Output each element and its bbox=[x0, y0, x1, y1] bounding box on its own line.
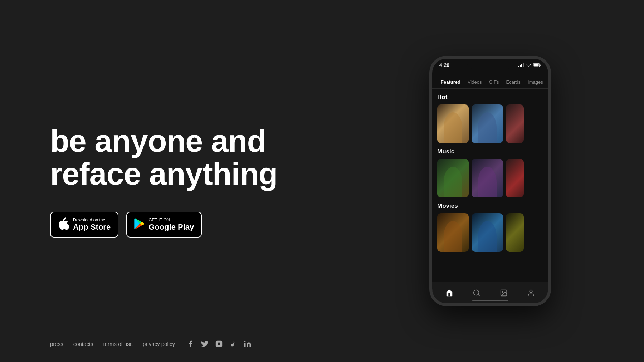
music-thumbnails bbox=[437, 159, 543, 197]
phone-screen: Featured Videos GIFs Ecards Images Hot bbox=[432, 59, 548, 282]
headline: be anyone and reface anything bbox=[50, 124, 301, 191]
footer-link-privacy[interactable]: privacy policy bbox=[143, 341, 175, 347]
footer-link-press[interactable]: press bbox=[50, 341, 63, 347]
battery-icon bbox=[533, 63, 541, 67]
svg-point-14 bbox=[530, 290, 532, 292]
section-music: Music bbox=[432, 148, 548, 197]
instagram-icon[interactable] bbox=[215, 340, 223, 348]
section-hot-title: Hot bbox=[437, 94, 543, 101]
movie-thumb-1[interactable] bbox=[437, 213, 469, 252]
tab-featured[interactable]: Featured bbox=[437, 77, 464, 88]
linkedin-icon[interactable] bbox=[244, 340, 252, 348]
movies-thumbnails bbox=[437, 213, 543, 252]
music-thumb-1[interactable] bbox=[437, 159, 469, 197]
google-play-small-text: GET IT ON bbox=[148, 217, 170, 222]
gallery-icon bbox=[500, 289, 508, 297]
hot-thumb-2[interactable] bbox=[472, 104, 503, 143]
svg-rect-5 bbox=[521, 64, 522, 67]
footer-link-terms[interactable]: terms of use bbox=[103, 341, 133, 347]
section-movies: Movies bbox=[432, 202, 548, 252]
phone-mockup: 4:20 bbox=[429, 56, 551, 306]
app-store-text: Download on the App Store bbox=[73, 217, 111, 232]
svg-point-2 bbox=[244, 341, 246, 342]
svg-line-11 bbox=[478, 294, 479, 296]
google-play-big-text: Google Play bbox=[148, 222, 194, 232]
app-store-small-text: Download on the bbox=[73, 217, 105, 222]
store-buttons: Download on the App Store GET IT ON Go bbox=[50, 212, 351, 238]
google-play-icon bbox=[134, 218, 144, 231]
tab-videos[interactable]: Videos bbox=[464, 77, 486, 88]
app-store-big-text: App Store bbox=[73, 222, 111, 232]
home-icon bbox=[445, 289, 453, 297]
apple-icon bbox=[58, 217, 69, 232]
twitter-icon[interactable] bbox=[201, 340, 209, 348]
status-icons bbox=[518, 62, 541, 67]
wifi-icon bbox=[526, 63, 531, 67]
headline-line2: reface anything bbox=[50, 156, 277, 191]
right-content: 4:20 bbox=[351, 0, 644, 362]
music-thumb-2[interactable] bbox=[472, 159, 503, 197]
left-content: be anyone and reface anything Download o… bbox=[0, 0, 351, 362]
nav-gallery[interactable] bbox=[500, 289, 508, 297]
phone-notch bbox=[467, 59, 513, 69]
nav-search[interactable] bbox=[473, 289, 480, 297]
svg-rect-8 bbox=[534, 64, 539, 67]
section-music-title: Music bbox=[437, 148, 543, 155]
search-icon bbox=[473, 289, 480, 297]
footer-link-contacts[interactable]: contacts bbox=[73, 341, 93, 347]
section-movies-title: Movies bbox=[437, 202, 543, 210]
svg-point-13 bbox=[502, 291, 503, 292]
social-icons bbox=[186, 340, 252, 348]
tiktok-icon[interactable] bbox=[229, 340, 237, 348]
headline-line1: be anyone and bbox=[50, 123, 266, 158]
nav-profile[interactable] bbox=[527, 289, 535, 297]
signal-icon bbox=[518, 63, 524, 67]
movie-thumb-2[interactable] bbox=[472, 213, 503, 252]
phone-bottom-nav bbox=[432, 282, 548, 303]
status-time: 4:20 bbox=[439, 62, 449, 68]
home-indicator bbox=[472, 300, 508, 301]
tab-gifs[interactable]: GIFs bbox=[485, 77, 502, 88]
google-play-text: GET IT ON Google Play bbox=[148, 217, 194, 232]
svg-rect-9 bbox=[540, 65, 541, 66]
svg-rect-3 bbox=[518, 66, 519, 67]
facebook-icon[interactable] bbox=[186, 340, 194, 348]
movie-thumb-3[interactable] bbox=[506, 213, 524, 252]
profile-icon bbox=[527, 289, 535, 297]
hot-thumbnails bbox=[437, 104, 543, 143]
google-play-button[interactable]: GET IT ON Google Play bbox=[126, 212, 202, 238]
footer: press contacts terms of use privacy poli… bbox=[50, 340, 252, 348]
hot-thumb-3[interactable] bbox=[506, 104, 524, 143]
svg-point-10 bbox=[474, 290, 479, 295]
app-store-button[interactable]: Download on the App Store bbox=[50, 212, 118, 238]
tab-images[interactable]: Images bbox=[524, 77, 547, 88]
hot-thumb-1[interactable] bbox=[437, 104, 469, 143]
svg-rect-6 bbox=[523, 63, 524, 67]
tab-ecards[interactable]: Ecards bbox=[503, 77, 524, 88]
phone-content: Featured Videos GIFs Ecards Images Hot bbox=[432, 59, 548, 282]
page-wrapper: be anyone and reface anything Download o… bbox=[0, 0, 644, 362]
nav-home[interactable] bbox=[445, 289, 453, 297]
phone-tabs: Featured Videos GIFs Ecards Images bbox=[432, 77, 548, 89]
footer-links: press contacts terms of use privacy poli… bbox=[50, 341, 175, 347]
svg-rect-4 bbox=[520, 65, 521, 67]
section-hot: Hot bbox=[432, 94, 548, 143]
music-thumb-3[interactable] bbox=[506, 159, 524, 197]
